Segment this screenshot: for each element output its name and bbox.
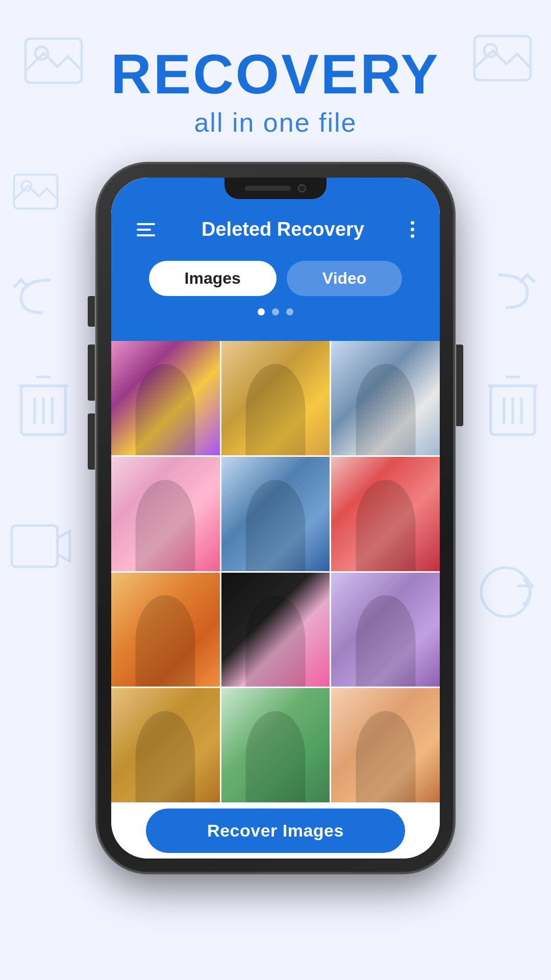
app-header: Deleted Recovery Images Video — [111, 178, 440, 341]
video-tab[interactable]: Video — [287, 261, 403, 296]
dot-1 — [258, 308, 265, 315]
page-title: RECOVERY — [111, 46, 440, 102]
volume-up-button — [88, 296, 95, 327]
photo-5[interactable] — [221, 457, 330, 571]
svg-rect-2 — [474, 36, 531, 80]
power-button — [456, 345, 463, 426]
camera — [298, 184, 306, 192]
photo-7[interactable] — [111, 573, 220, 687]
svg-point-3 — [484, 44, 497, 57]
more-options-icon[interactable] — [411, 221, 414, 238]
header-section: RECOVERY all in one file — [111, 46, 440, 138]
svg-rect-6 — [21, 386, 66, 434]
volume-down-button — [88, 345, 95, 401]
notch — [224, 178, 327, 199]
mute-button — [88, 413, 95, 470]
svg-rect-12 — [491, 386, 535, 434]
images-tab[interactable]: Images — [149, 261, 277, 296]
phone-body: Deleted Recovery Images Video — [97, 163, 454, 873]
photo-12[interactable] — [331, 688, 440, 802]
recover-button-wrapper: Recover Images — [111, 802, 440, 859]
svg-point-19 — [481, 568, 530, 617]
photo-1[interactable] — [111, 341, 220, 455]
tab-row: Images Video — [111, 261, 440, 296]
photo-11[interactable] — [221, 688, 330, 802]
photo-4[interactable] — [111, 457, 220, 571]
app-title: Deleted Recovery — [202, 218, 364, 240]
photo-9[interactable] — [331, 573, 440, 687]
phone-mockup: Deleted Recovery Images Video — [97, 163, 454, 873]
photo-grid — [111, 341, 440, 802]
hamburger-menu-icon[interactable] — [137, 223, 155, 236]
page-subtitle: all in one file — [111, 107, 440, 138]
svg-rect-4 — [14, 175, 58, 209]
page: RECOVERY all in one file — [0, 0, 551, 980]
photo-2[interactable] — [221, 341, 330, 455]
photo-6[interactable] — [331, 457, 440, 571]
svg-rect-0 — [26, 39, 82, 83]
svg-point-1 — [35, 46, 48, 59]
speaker — [245, 186, 291, 191]
dot-2 — [272, 308, 279, 315]
svg-point-5 — [21, 181, 31, 190]
recover-images-button[interactable]: Recover Images — [146, 808, 405, 853]
svg-rect-18 — [12, 525, 57, 567]
photo-3[interactable] — [331, 341, 440, 455]
photo-8[interactable] — [221, 573, 330, 687]
pagination-dots — [111, 308, 440, 315]
dot-3 — [286, 308, 293, 315]
phone-screen: Deleted Recovery Images Video — [111, 178, 440, 859]
photo-10[interactable] — [111, 688, 220, 802]
